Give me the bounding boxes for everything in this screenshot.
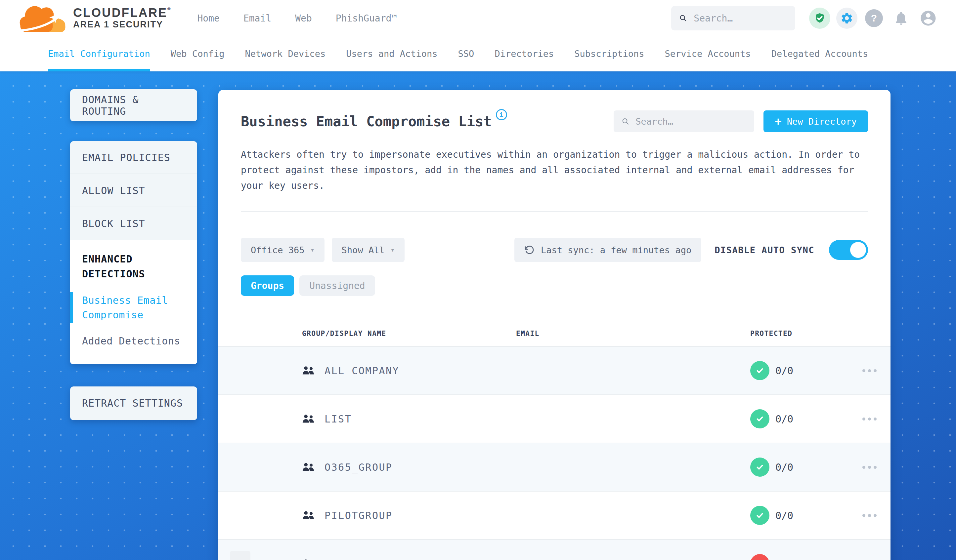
help-icon[interactable]: ? — [863, 8, 885, 29]
notifications-bell-icon[interactable] — [890, 8, 912, 29]
shield-check-icon[interactable] — [809, 8, 830, 29]
protected-count: 0/0 — [775, 365, 793, 376]
sidebar-item[interactable]: EMAIL POLICIES — [70, 141, 197, 174]
sidebar-item[interactable]: BLOCK LIST — [70, 207, 197, 240]
group-name[interactable]: LIST — [324, 413, 352, 425]
config-subnav: Email ConfigurationWeb ConfigNetwork Dev… — [0, 36, 956, 71]
cloudflare-logo[interactable]: CLOUDFLARE® AREA 1 SECURITY — [18, 3, 171, 33]
row-menu-button[interactable] — [859, 463, 880, 472]
sidebar-policies-card: EMAIL POLICIESALLOW LISTBLOCK LIST ENHAN… — [70, 141, 197, 364]
user-account-icon[interactable] — [918, 8, 939, 29]
row-menu-cell — [849, 559, 890, 560]
header-search-input[interactable] — [693, 13, 787, 24]
refresh-icon — [524, 245, 534, 255]
row-expand-cell: › — [219, 551, 302, 560]
group-icon — [302, 510, 314, 521]
group-name[interactable]: O365_GROUP — [324, 461, 393, 473]
protected-status-icon — [750, 409, 769, 428]
row-expand-cell: › — [219, 454, 302, 480]
row-protected-cell: 0/0 — [750, 409, 849, 428]
directory-type-dropdown[interactable]: Office 365 ▾ — [241, 238, 324, 262]
table-row: › LIST 0/0 — [219, 395, 890, 443]
header-nav-item[interactable]: PhishGuard™ — [336, 13, 397, 24]
chevron-right-icon: › — [236, 556, 244, 560]
row-menu-button[interactable] — [859, 511, 880, 520]
last-sync-text: Last sync: a few minutes ago — [541, 245, 691, 255]
auto-sync-label: DISABLE AUTO SYNC — [714, 245, 814, 255]
row-name-cell: PILOTGROUP — [302, 510, 516, 521]
sidebar-section-enhanced-detections: ENHANCED DETECTIONS Business Email Compr… — [70, 240, 197, 364]
group-icon — [302, 365, 314, 376]
sidebar-policy-list: EMAIL POLICIESALLOW LISTBLOCK LIST — [70, 141, 197, 240]
row-name-cell: ALL COMPANY — [302, 365, 516, 376]
table-row: › ALL COMPANY 0/0 — [219, 347, 890, 395]
expand-row-button[interactable]: › — [230, 551, 250, 560]
list-search-input[interactable] — [635, 116, 746, 127]
sidebar-item-retract-settings[interactable]: RETRACT SETTINGS — [70, 386, 197, 420]
table-row: › PILOTUSERS 0/1 — [219, 540, 890, 560]
row-menu-button[interactable] — [859, 559, 880, 560]
row-expand-cell: › — [219, 358, 302, 383]
row-menu-button[interactable] — [859, 366, 880, 375]
row-expand-cell: › — [219, 406, 302, 432]
sidebar-enhanced-sublist: Business Email Compromise Added Detectio… — [82, 293, 185, 348]
protected-status-icon — [750, 361, 769, 380]
cloudflare-cloud-icon — [18, 3, 67, 33]
subnav-item[interactable]: Web Config — [171, 36, 225, 71]
row-expand-cell: › — [219, 502, 302, 528]
protected-status-icon — [750, 458, 769, 477]
header-search — [671, 6, 795, 30]
plus-icon: + — [775, 116, 781, 127]
group-filter-tab[interactable]: Groups — [241, 275, 294, 296]
header-nav-item[interactable]: Web — [295, 13, 312, 24]
sidebar-item[interactable]: ALLOW LIST — [70, 174, 197, 207]
group-icon — [302, 414, 314, 424]
protected-count: 0/0 — [775, 413, 793, 425]
subnav-item[interactable]: Email Configuration — [48, 36, 150, 71]
subnav-item[interactable]: SSO — [458, 36, 474, 71]
main-panel: Business Email Compromise List i + New D… — [219, 90, 890, 560]
header-nav-item[interactable]: Home — [197, 13, 219, 24]
auto-sync-toggle[interactable] — [829, 240, 868, 260]
last-sync-button[interactable]: Last sync: a few minutes ago — [514, 238, 701, 262]
active-indicator-bar — [70, 292, 73, 323]
group-name[interactable]: PILOTUSERS — [324, 558, 393, 560]
group-icon — [302, 462, 314, 472]
search-icon — [679, 14, 687, 23]
table-body: › ALL COMPANY 0/0 — [219, 347, 890, 560]
row-name-cell: O365_GROUP — [302, 461, 516, 473]
brand-trademark: ® — [167, 6, 172, 11]
table-row: › O365_GROUP 0/0 — [219, 443, 890, 492]
subnav-item[interactable]: Directories — [495, 36, 554, 71]
sidebar-subitem[interactable]: Business Email Compromise — [82, 293, 185, 322]
subnav-item[interactable]: Service Accounts — [665, 36, 751, 71]
show-filter-dropdown[interactable]: Show All ▾ — [332, 238, 404, 262]
header-nav: HomeEmailWebPhishGuard™ — [197, 13, 397, 24]
check-icon — [755, 510, 765, 520]
subnav-item[interactable]: Delegated Accounts — [771, 36, 868, 71]
sidebar-item-enhanced-detections[interactable]: ENHANCED DETECTIONS — [82, 252, 185, 281]
group-tabs: GroupsUnassigned — [241, 275, 868, 296]
group-filter-tab[interactable]: Unassigned — [299, 275, 375, 296]
new-directory-button[interactable]: + New Directory — [764, 110, 868, 132]
row-protected-cell: 0/0 — [750, 458, 849, 477]
group-name[interactable]: ALL COMPANY — [324, 365, 399, 376]
info-icon[interactable]: i — [496, 109, 507, 120]
check-icon — [755, 414, 765, 424]
show-filter-value: Show All — [342, 245, 385, 255]
protected-count: 0/0 — [775, 461, 793, 473]
subnav-item[interactable]: Subscriptions — [574, 36, 644, 71]
group-name[interactable]: PILOTGROUP — [324, 510, 393, 521]
subnav-item[interactable]: Users and Actions — [346, 36, 437, 71]
column-header-group-name: GROUP/DISPLAY NAME — [302, 329, 516, 337]
sidebar-item-domains-routing[interactable]: DOMAINS & ROUTING — [70, 89, 197, 121]
header-nav-item[interactable]: Email — [244, 13, 271, 24]
settings-gear-icon[interactable] — [836, 8, 857, 29]
chevron-down-icon: ▾ — [391, 246, 395, 254]
title-row: Business Email Compromise List i + New D… — [241, 90, 868, 132]
table-header: GROUP/DISPLAY NAME EMAIL PROTECTED — [219, 318, 890, 347]
row-menu-button[interactable] — [859, 414, 880, 424]
row-name-cell: PILOTUSERS — [302, 558, 516, 560]
sidebar-subitem[interactable]: Added Detections — [82, 334, 185, 348]
subnav-item[interactable]: Network Devices — [245, 36, 325, 71]
